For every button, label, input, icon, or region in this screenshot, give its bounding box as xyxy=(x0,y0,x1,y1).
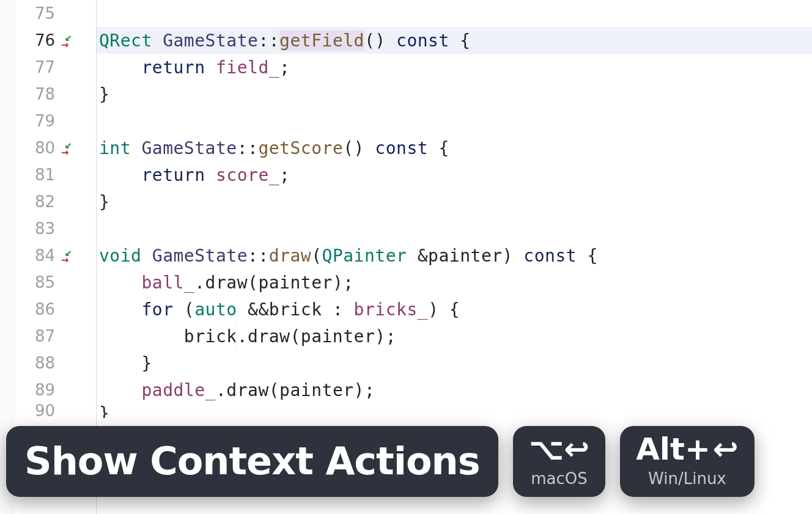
code-token: draw xyxy=(269,246,311,266)
line-number[interactable]: 77 xyxy=(15,54,61,81)
code-token: for xyxy=(141,299,173,320)
vcs-marker-slot xyxy=(61,188,86,215)
vcs-marker-slot xyxy=(61,376,86,403)
code-line[interactable]: for (auto &&brick : bricks_) { xyxy=(97,296,812,323)
code-token xyxy=(99,273,141,293)
code-token xyxy=(141,246,152,266)
code-token xyxy=(205,57,216,78)
code-token: &&brick : xyxy=(237,299,354,320)
indent-guide xyxy=(235,323,236,350)
code-token: getScore xyxy=(258,138,343,158)
line-number[interactable]: 85 xyxy=(15,269,61,296)
vcs-marker-slot xyxy=(61,161,86,188)
merge-arrows-icon[interactable]: ↙→ xyxy=(61,31,81,50)
option-enter-icon: ⌥↩ xyxy=(529,434,590,464)
alt-label: Alt+ xyxy=(636,434,711,464)
code-line[interactable]: } xyxy=(97,81,812,108)
code-editor[interactable]: 75767778798081828384858687888990 ↙→↙→↙→ … xyxy=(0,0,812,514)
code-token xyxy=(99,57,141,78)
code-token: score_ xyxy=(216,165,279,185)
code-token: { xyxy=(449,31,471,51)
vcs-marker-slot xyxy=(61,350,86,376)
vcs-marker-slot xyxy=(61,269,86,296)
line-number[interactable]: 87 xyxy=(15,323,61,350)
code-token xyxy=(386,31,396,51)
code-token: { xyxy=(577,246,598,266)
card-title: Show Context Actions xyxy=(24,442,480,480)
line-number[interactable]: 89 xyxy=(15,376,61,403)
vcs-marker-slot[interactable]: ↙→ xyxy=(61,242,86,269)
code-token: :: xyxy=(248,246,269,266)
vcs-marker-slot xyxy=(61,108,86,134)
code-token: } xyxy=(99,403,109,418)
code-line[interactable]: paddle_.draw(painter); xyxy=(97,376,812,403)
vcs-marker-slot[interactable]: ↙→ xyxy=(61,27,86,54)
code-token: } xyxy=(99,192,109,212)
code-token xyxy=(513,246,523,266)
code-token: paddle_ xyxy=(141,380,216,400)
code-token: void xyxy=(99,246,141,266)
code-line[interactable]: } xyxy=(97,403,812,418)
code-token: () xyxy=(343,138,364,158)
line-number[interactable]: 78 xyxy=(15,81,61,108)
code-token: return xyxy=(141,165,205,185)
code-token: ( xyxy=(311,246,322,266)
code-line[interactable] xyxy=(97,108,812,134)
merge-arrows-icon[interactable]: ↙→ xyxy=(61,138,81,158)
code-line[interactable]: int GameState::getScore() const { xyxy=(97,134,812,161)
code-token: auto xyxy=(194,299,237,320)
vcs-marker-slot xyxy=(61,215,86,242)
code-line[interactable]: brick.draw(painter); xyxy=(97,323,812,350)
code-line[interactable]: } xyxy=(97,350,812,376)
code-token: ; xyxy=(279,165,290,185)
code-line[interactable]: return score_; xyxy=(97,161,812,188)
code-line[interactable]: void GameState::draw(QPainter &painter) … xyxy=(97,242,812,269)
line-number[interactable]: 86 xyxy=(15,296,61,323)
code-token: :: xyxy=(258,31,279,51)
merge-arrows-icon[interactable]: ↙→ xyxy=(61,246,81,265)
code-token: brick.draw(painter); xyxy=(99,326,396,347)
line-number[interactable]: 80 xyxy=(15,134,61,161)
code-token: () xyxy=(364,31,386,51)
enter-icon: ↩ xyxy=(713,434,739,464)
code-token: ball_ xyxy=(141,273,194,293)
code-line[interactable] xyxy=(97,215,812,242)
code-token xyxy=(205,165,216,185)
code-line[interactable]: ball_.draw(painter); xyxy=(97,269,812,296)
code-token: ) { xyxy=(428,299,460,320)
win-shortcut: Alt+↩ xyxy=(636,434,739,464)
vcs-marker-slot[interactable]: ↙→ xyxy=(61,134,86,161)
line-number[interactable]: 81 xyxy=(15,161,61,188)
code-token: } xyxy=(99,353,152,373)
line-number[interactable]: 82 xyxy=(15,188,61,215)
code-token: GameState xyxy=(163,31,258,51)
code-token: getField xyxy=(279,31,364,51)
vcs-marker-slot xyxy=(61,0,86,27)
win-shortcut-card: Alt+↩ Win/Linux xyxy=(620,426,755,497)
mac-label: macOS xyxy=(531,469,588,488)
line-number[interactable]: 90 xyxy=(15,403,61,418)
vcs-marker-slot xyxy=(61,323,86,350)
code-line[interactable] xyxy=(97,0,812,27)
mac-shortcut: ⌥↩ xyxy=(529,434,590,464)
line-number[interactable]: 79 xyxy=(15,108,61,134)
line-number[interactable]: 88 xyxy=(15,350,61,376)
context-actions-card: Show Context Actions xyxy=(6,426,498,497)
code-token xyxy=(131,138,141,158)
code-line[interactable]: } xyxy=(97,188,812,215)
code-token: .draw(painter); xyxy=(216,380,375,400)
line-number[interactable]: 84 xyxy=(15,242,61,269)
code-line[interactable]: QRect GameState::getField() const { xyxy=(97,27,812,54)
line-number[interactable]: 83 xyxy=(15,215,61,242)
vcs-marker-slot xyxy=(61,54,86,81)
line-number[interactable]: 75 xyxy=(15,0,61,27)
code-token: &painter) xyxy=(407,246,513,266)
code-line[interactable]: return field_; xyxy=(97,54,812,81)
vcs-marker-slot xyxy=(61,296,86,323)
code-token: .draw(painter); xyxy=(194,273,353,293)
code-token xyxy=(99,380,141,400)
code-token: QPainter xyxy=(322,246,407,266)
code-token: const xyxy=(523,246,577,266)
line-number[interactable]: 76 xyxy=(15,27,61,54)
vcs-marker-slot xyxy=(61,81,86,108)
